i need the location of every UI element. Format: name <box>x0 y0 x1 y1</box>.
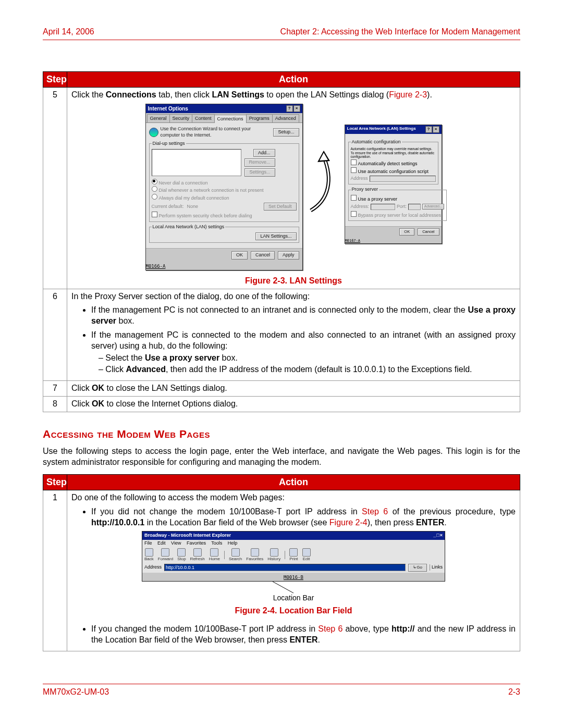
menu-view[interactable]: View <box>171 540 181 546</box>
cancel-button[interactable]: Cancel <box>418 228 439 236</box>
figure-2-4-image: Broadway - Microsoft Internet Explorer _… <box>142 531 445 582</box>
ie-menubar[interactable]: File Edit View Favorites Tools Help <box>142 540 445 547</box>
help-icon[interactable]: ? <box>425 126 432 133</box>
autoconfig-legend: Automatic configuration <box>351 139 402 145</box>
tab-connections[interactable]: Connections <box>214 115 247 124</box>
step-6-link[interactable]: Step 6 <box>362 507 388 516</box>
menu-edit[interactable]: Edit <box>157 540 166 546</box>
minimize-icon[interactable]: _ <box>433 533 436 539</box>
remove-button: Remove... <box>244 158 275 167</box>
connection-wizard-text: Use the Connection Wizard to connect you… <box>161 126 272 138</box>
refresh-button[interactable]: Refresh <box>190 548 205 562</box>
refresh-icon <box>193 548 202 557</box>
section-heading: Accessing the Modem Web Pages <box>43 428 520 440</box>
setup-button[interactable]: Setup... <box>273 128 299 137</box>
page-header: April 14, 2006 Chapter 2: Accessing the … <box>43 27 520 40</box>
dialup-listbox[interactable] <box>152 149 241 176</box>
tab-programs[interactable]: Programs <box>246 114 273 123</box>
step-6-link[interactable]: Step 6 <box>318 624 342 633</box>
links-toolbar[interactable]: Links <box>430 564 443 571</box>
search-icon <box>231 548 240 557</box>
current-default-label: Current default: <box>152 204 184 210</box>
figure-2-3-link[interactable]: Figure 2-3 <box>389 90 427 99</box>
figure-2-4-link[interactable]: Figure 2-4 <box>329 518 368 527</box>
globe-icon <box>149 128 158 137</box>
back-button[interactable]: Back <box>144 548 154 562</box>
dialog-tabs: General Security Content Connections Pro… <box>146 113 302 124</box>
stop-icon <box>177 548 186 557</box>
proxy-port-label: Port: <box>397 204 407 210</box>
screenshot-id: M0167-A <box>345 239 442 243</box>
step-row-7: 7 Click OK to close the LAN Settings dia… <box>43 381 520 397</box>
add-button[interactable]: Add... <box>253 149 275 157</box>
location-bar-callout-label: Location Bar <box>71 593 516 602</box>
address-input[interactable] <box>164 564 406 571</box>
close-icon[interactable]: × <box>440 533 443 539</box>
figure-2-4-caption: Figure 2-4. Location Bar Field <box>71 606 516 616</box>
connections-word: Connections <box>106 90 156 99</box>
auto-detect-checkbox[interactable] <box>351 159 357 165</box>
col-step: Step <box>43 72 67 88</box>
step-row-1: 1 Do one of the following to access the … <box>43 490 520 651</box>
menu-tools[interactable]: Tools <box>211 540 222 546</box>
history-button[interactable]: History <box>267 548 280 562</box>
maximize-icon[interactable]: □ <box>436 533 439 539</box>
radio-never-dial <box>152 179 157 184</box>
tab-general[interactable]: General <box>147 114 170 123</box>
tab-security[interactable]: Security <box>169 114 193 123</box>
forward-button[interactable]: Forward <box>158 548 173 562</box>
print-button[interactable]: Print <box>289 548 298 562</box>
advanced-button: Advanced... <box>422 204 444 209</box>
search-button[interactable]: Search <box>229 548 242 562</box>
menu-file[interactable]: File <box>144 540 152 546</box>
close-icon[interactable]: × <box>433 126 439 133</box>
proxy-server-legend: Proxy server <box>351 187 380 193</box>
use-proxy-checkbox[interactable] <box>351 195 357 201</box>
step-row-6: 6 In the Proxy Server section of the dia… <box>43 289 520 381</box>
edit-button[interactable]: Edit <box>302 548 311 562</box>
tab-advanced[interactable]: Advanced <box>272 114 299 123</box>
dialog-title: Local Area Network (LAN) Settings <box>347 126 416 133</box>
bypass-local-checkbox <box>351 211 357 217</box>
cancel-button[interactable]: Cancel <box>251 251 275 260</box>
security-check-checkbox <box>152 212 157 217</box>
home-button[interactable]: Home <box>209 548 220 562</box>
procedure-table-2: Step Action 1 Do one of the following to… <box>43 474 520 651</box>
go-button[interactable]: ↳Go <box>408 564 427 571</box>
set-default-button: Set Default <box>264 203 297 211</box>
screenshot-id: M0166-A <box>146 264 302 270</box>
tab-content[interactable]: Content <box>192 114 215 123</box>
header-chapter: Chapter 2: Accessing the Web Interface f… <box>280 27 520 36</box>
auto-script-checkbox[interactable] <box>351 167 357 173</box>
back-icon <box>145 548 153 557</box>
script-address-input <box>370 176 436 182</box>
ok-button[interactable]: OK <box>231 251 248 260</box>
ie-window-title: Broadway - Microsoft Internet Explorer <box>144 533 231 539</box>
lan-settings-legend: Local Area Network (LAN) settings <box>152 224 226 230</box>
page-footer: MM70xG2-UM-03 2-3 <box>43 684 520 697</box>
step-row-8: 8 Click OK to close the Internet Options… <box>43 396 520 412</box>
apply-button[interactable]: Apply <box>278 251 299 260</box>
proxy-address-input <box>371 204 395 210</box>
internet-options-dialog: Internet Options ? × General Security Co… <box>145 104 303 270</box>
screenshot-id: M0016-B <box>284 575 303 581</box>
step-action: Click OK to close the LAN Settings dialo… <box>67 381 520 397</box>
close-icon[interactable]: × <box>293 105 300 112</box>
svg-line-2 <box>273 582 293 593</box>
menu-help[interactable]: Help <box>228 540 238 546</box>
address-label: Address <box>351 176 368 182</box>
radio-always-dial <box>152 194 157 200</box>
col-action: Action <box>67 474 520 490</box>
lan-settings-dialog: Local Area Network (LAN) Settings ? × Au… <box>345 125 442 244</box>
forward-icon <box>161 548 169 557</box>
lan-settings-button[interactable]: LAN Settings... <box>255 232 296 241</box>
step-action: Click OK to close the Internet Options d… <box>67 396 520 412</box>
ok-button[interactable]: OK <box>399 228 414 236</box>
step-num: 7 <box>43 381 67 397</box>
favorites-button[interactable]: Favorites <box>246 548 263 562</box>
menu-favorites[interactable]: Favorites <box>187 540 206 546</box>
print-icon <box>289 548 298 557</box>
help-icon[interactable]: ? <box>286 105 293 112</box>
radio-dial-when-needed <box>152 186 157 192</box>
stop-button[interactable]: Stop <box>177 548 186 562</box>
